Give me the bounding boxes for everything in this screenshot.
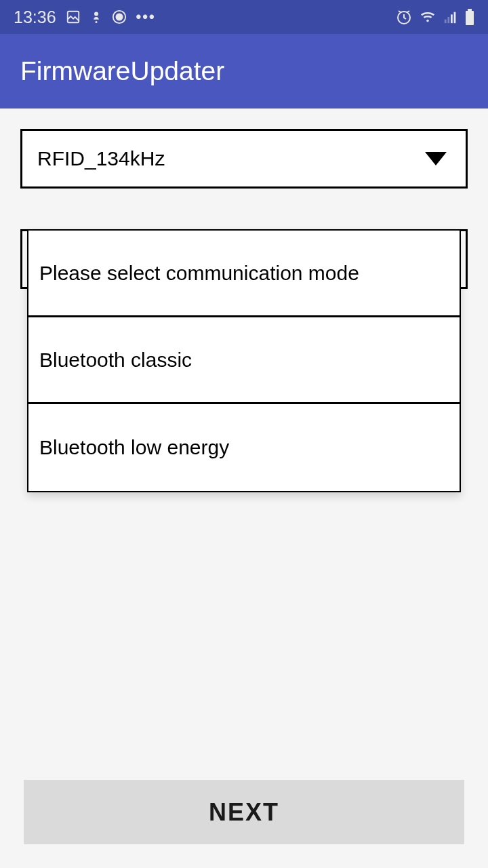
battery-icon (465, 9, 474, 25)
more-icon: ••• (136, 8, 156, 26)
app-title: FirmwareUpdater (20, 56, 224, 86)
svg-rect-7 (447, 17, 449, 23)
device-type-spinner[interactable]: RFID_134kHz (20, 129, 468, 189)
status-right (396, 9, 474, 25)
svg-rect-8 (451, 14, 453, 23)
svg-point-1 (94, 12, 98, 16)
person-icon (90, 9, 102, 24)
dropdown-option-placeholder[interactable]: Please select communication mode (28, 231, 460, 317)
svg-rect-10 (468, 9, 472, 11)
status-time: 13:36 (14, 7, 56, 27)
wifi-icon (419, 9, 436, 24)
dropdown-option-bluetooth-le[interactable]: Bluetooth low energy (28, 404, 460, 491)
svg-rect-6 (445, 20, 447, 23)
content-area: RFID_134kHz Please select communication … (0, 108, 488, 309)
app-bar: FirmwareUpdater (0, 34, 488, 108)
svg-point-4 (116, 14, 122, 20)
communication-mode-dropdown: Please select communication mode Bluetoo… (27, 229, 461, 492)
dropdown-container: Please select communication mode Bluetoo… (20, 229, 468, 289)
dropdown-option-bluetooth-classic[interactable]: Bluetooth classic (28, 317, 460, 404)
spinner-selected-text: RFID_134kHz (37, 147, 165, 170)
status-left: 13:36 ••• (14, 7, 156, 27)
svg-point-2 (95, 21, 97, 23)
signal-icon (443, 9, 458, 24)
badge-icon (112, 9, 127, 24)
alarm-icon (396, 9, 412, 25)
next-button[interactable]: NEXT (24, 780, 464, 844)
svg-rect-11 (466, 11, 474, 25)
chevron-down-icon (425, 152, 447, 165)
status-bar: 13:36 ••• (0, 0, 488, 34)
svg-rect-9 (454, 12, 456, 23)
image-icon (66, 9, 81, 24)
